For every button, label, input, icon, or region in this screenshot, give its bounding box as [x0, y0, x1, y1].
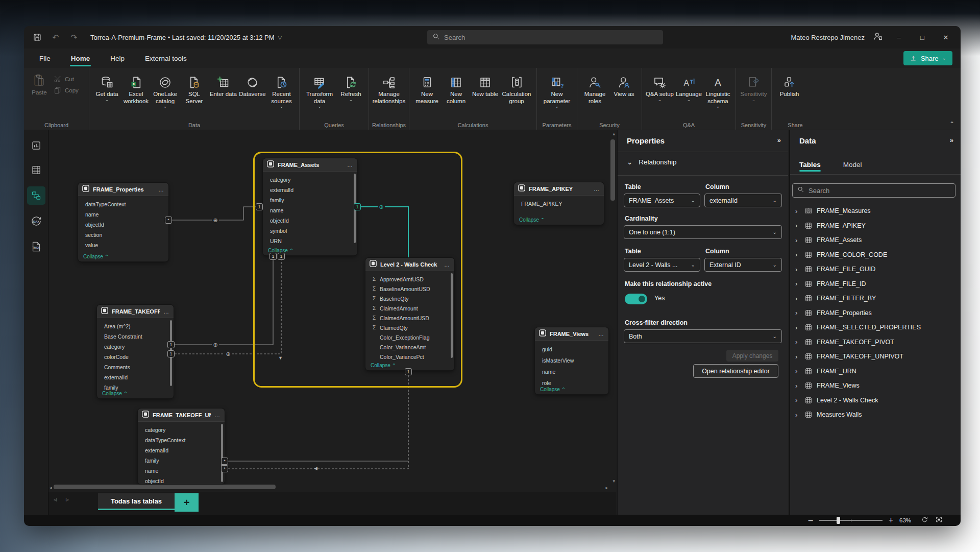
new-parameter-button[interactable]: ? New parameter⌄ [540, 72, 574, 108]
transform-data-button[interactable]: Transform data⌄ [303, 72, 336, 108]
table-card-header[interactable]: FRAME_Properties … [78, 183, 168, 196]
scroll-right-icon[interactable]: ▸ [605, 485, 608, 490]
vertical-scroll-thumb[interactable] [610, 139, 615, 201]
recent-sources-button[interactable]: Recent sources⌄ [267, 72, 296, 108]
ribbon-collapse-icon[interactable]: ⌃ [949, 121, 954, 128]
table1-dropdown[interactable]: FRAME_Assets⌄ [624, 194, 700, 207]
zoom-out-icon[interactable]: – [808, 516, 813, 525]
data-table-item[interactable]: › FRAME_URN [793, 364, 959, 379]
undo-icon[interactable]: ↶ [50, 31, 62, 43]
field-row[interactable]: symbol [270, 226, 357, 236]
tab-model[interactable]: Model [843, 161, 862, 172]
field-row[interactable]: name [145, 466, 225, 476]
table-card-header[interactable]: FRAME_TAKEOFF_UNPI... … [138, 409, 225, 422]
enter-data-button[interactable]: Enter data [209, 72, 238, 98]
table-card-frame-properties[interactable]: FRAME_Properties … dataTypeContextnameob… [78, 183, 168, 261]
redo-icon[interactable]: ↷ [68, 31, 80, 43]
calculation-group-button[interactable]: Calculation group [500, 72, 533, 105]
collapse-panel-icon[interactable]: » [950, 136, 953, 144]
vertical-scrollbar[interactable] [609, 130, 616, 484]
field-row[interactable]: externalId [270, 185, 357, 195]
expand-chevron-icon[interactable]: › [795, 251, 800, 258]
collapse-link[interactable]: Collapse ⌃ [102, 391, 131, 396]
collapse-link[interactable]: Collapse ⌃ [371, 363, 399, 368]
apply-changes-button[interactable]: Apply changes [726, 350, 778, 362]
field-row[interactable]: Area (m^2) [104, 321, 174, 331]
dataverse-button[interactable]: Dataverse [238, 72, 267, 98]
language-button[interactable]: A Language⌄ [674, 72, 703, 101]
data-table-item[interactable]: › FRAME_FILE_GUID [793, 262, 959, 277]
add-layout-tab-button[interactable]: + [175, 493, 199, 512]
field-row[interactable]: objectId [145, 476, 225, 484]
table-card-frame-takeoff-unpivot[interactable]: FRAME_TAKEOFF_UNPI... … categorydataType… [138, 409, 225, 484]
field-row[interactable]: ΣApprovedAmtUSD [373, 274, 454, 284]
column1-dropdown[interactable]: externalId⌄ [704, 194, 782, 207]
more-options-icon[interactable]: … [598, 331, 604, 337]
field-row[interactable]: ΣBaselineAmountUSD [373, 284, 454, 294]
maximize-button[interactable]: □ [915, 30, 930, 44]
data-table-item[interactable]: › FRAME_FILE_ID [793, 277, 959, 292]
excel-workbook-button[interactable]: X Excel workbook [121, 72, 151, 105]
data-table-item[interactable]: › FRAME_TAKEOFF_UNPIVOT [793, 349, 959, 364]
search-input[interactable] [444, 34, 658, 41]
data-table-item[interactable]: › FRAME_Views [793, 378, 959, 393]
tab-tables[interactable]: Tables [799, 161, 821, 172]
entity-scrollbar[interactable] [221, 424, 223, 482]
save-icon[interactable] [31, 31, 43, 43]
data-table-item[interactable]: › FRAME_FILTER_BY [793, 291, 959, 306]
expand-chevron-icon[interactable]: › [795, 338, 800, 346]
field-row[interactable]: externalId [145, 445, 225, 455]
field-row[interactable]: Color_ExceptionFlag [373, 332, 454, 342]
field-row[interactable]: name [542, 366, 608, 377]
zoom-slider-thumb[interactable] [837, 517, 840, 524]
menu-help[interactable]: Help [109, 53, 126, 64]
scroll-down-icon[interactable]: ▾ [612, 478, 615, 484]
field-row[interactable]: dataTypeContext [85, 199, 168, 209]
data-table-item[interactable]: › FRAME_Measures [793, 204, 959, 219]
menu-file[interactable]: File [38, 53, 52, 64]
field-row[interactable]: dataTypeContext [145, 435, 225, 445]
menu-external-tools[interactable]: External tools [144, 53, 188, 64]
linguistic-schema-button[interactable]: A Linguistic schema⌄ [703, 72, 732, 108]
sensitivity-button[interactable]: Sensitivity⌄ [739, 72, 768, 101]
expand-chevron-icon[interactable]: › [795, 353, 800, 361]
model-diagram-canvas[interactable]: FRAME_Properties … dataTypeContextnameob… [48, 130, 616, 492]
title-dropdown-icon[interactable]: ▽ [278, 35, 282, 40]
field-row[interactable]: Color_VarianceAmt [373, 342, 454, 352]
more-options-icon[interactable]: … [163, 308, 169, 315]
field-row[interactable]: Comments [104, 362, 174, 372]
new-column-button[interactable]: New column [442, 72, 471, 105]
column2-dropdown[interactable]: External ID⌄ [704, 258, 782, 272]
expand-chevron-icon[interactable]: › [795, 222, 800, 229]
entity-scrollbar[interactable] [451, 273, 453, 358]
minimize-button[interactable]: – [891, 30, 906, 44]
layout-tab-todas-las-tablas[interactable]: Todas las tablas [98, 493, 175, 510]
refresh-button[interactable]: Refresh⌄ [336, 72, 365, 101]
reset-zoom-icon[interactable] [921, 516, 928, 525]
expand-chevron-icon[interactable]: › [795, 367, 800, 375]
tab-nav-right-icon[interactable]: ▹ [66, 496, 69, 503]
new-measure-button[interactable]: New measure [412, 72, 442, 105]
collapse-link[interactable]: Collapse ⌃ [83, 254, 112, 259]
more-options-icon[interactable]: … [594, 186, 600, 192]
table-card-header[interactable]: FRAME_TAKEOFF_PIVOT … [97, 305, 174, 318]
relationship-section-header[interactable]: ⌄ Relationship [627, 158, 677, 166]
paste-button[interactable]: Paste [27, 72, 52, 95]
data-table-item[interactable]: › FRAME_APIKEY [793, 219, 959, 233]
report-view-icon[interactable] [27, 136, 45, 155]
new-table-button[interactable]: New table [471, 72, 500, 98]
cut-button[interactable]: Cut [54, 75, 79, 83]
field-row[interactable]: category [104, 342, 174, 352]
horizontal-scrollbar[interactable] [48, 484, 608, 490]
data-table-item[interactable]: › FRAME_TAKEOFF_PIVOT [793, 335, 959, 350]
view-as-button[interactable]: View as [609, 72, 639, 98]
account-avatar-icon[interactable] [873, 31, 883, 43]
expand-chevron-icon[interactable]: › [795, 295, 800, 302]
field-row[interactable]: ΣClaimedAmount [373, 303, 454, 313]
field-row[interactable]: isMasterView [542, 355, 608, 366]
table-card-header[interactable]: Level 2 - Walls Check … [365, 258, 454, 271]
collapse-link[interactable]: Collapse ⌃ [540, 387, 569, 392]
qa-setup-button[interactable]: Q&A setup⌄ [645, 72, 674, 101]
more-options-icon[interactable]: … [444, 261, 450, 268]
expand-chevron-icon[interactable]: › [795, 280, 800, 287]
